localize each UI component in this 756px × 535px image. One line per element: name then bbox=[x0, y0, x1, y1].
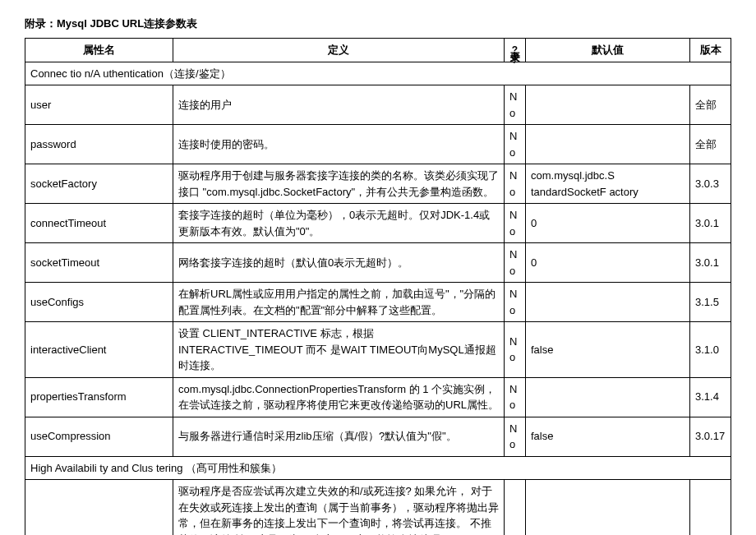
cell-default: com.mysql.jdbc.S tandardSocketF actory bbox=[526, 164, 690, 204]
cell-default bbox=[526, 377, 690, 417]
section-label: Connec tio n/A uthentication（连接/鉴定） bbox=[25, 62, 731, 85]
section-header: Connec tio n/A uthentication（连接/鉴定） bbox=[25, 62, 731, 85]
cell-req: No bbox=[505, 125, 526, 164]
cell-prop: autoReconnect bbox=[25, 480, 173, 536]
cell-req: No bbox=[505, 164, 526, 204]
cell-prop: password bbox=[25, 125, 173, 164]
cell-req: No bbox=[505, 283, 526, 322]
table-row: socketTimeout网络套接字连接的超时（默认值0表示无超时）。No03.… bbox=[25, 243, 731, 283]
cell-ver: 3.0.3 bbox=[690, 164, 731, 204]
table-row: interactiveClient设置 CLIENT_INTERACTIVE 标… bbox=[25, 322, 731, 378]
cell-default bbox=[526, 85, 690, 125]
cell-default: 0 bbox=[526, 204, 690, 243]
cell-prop: useCompression bbox=[25, 417, 173, 456]
table-header-row: 属性名 定义 要求? 默认值 版本 bbox=[25, 39, 731, 62]
cell-default: 0 bbox=[526, 243, 690, 283]
header-ver: 版本 bbox=[690, 39, 731, 62]
table-row: password连接时使用的密码。No全部 bbox=[25, 125, 731, 164]
cell-default bbox=[526, 283, 690, 322]
table-row: useConfigs在解析URL属性或应用用户指定的属性之前，加载由逗号"，"分… bbox=[25, 283, 731, 322]
cell-ver: 3.1.5 bbox=[690, 283, 731, 322]
cell-req: No bbox=[505, 322, 526, 378]
cell-def: 设置 CLIENT_INTERACTIVE 标志，根据 INTERACTIVE_… bbox=[173, 322, 505, 378]
cell-def: 连接的用户 bbox=[173, 85, 505, 125]
cell-prop: user bbox=[25, 85, 173, 125]
cell-ver: 全部 bbox=[690, 125, 731, 164]
cell-prop: connectTimeout bbox=[25, 204, 173, 243]
cell-ver: 1.1 bbox=[690, 480, 731, 536]
cell-ver: 3.0.1 bbox=[690, 243, 731, 283]
cell-def: 连接时使用的密码。 bbox=[173, 125, 505, 164]
cell-req: No bbox=[505, 377, 526, 417]
header-def: 定义 bbox=[173, 39, 505, 62]
cell-default: false bbox=[526, 480, 690, 536]
table-row: socketFactory驱动程序用于创建与服务器套接字连接的类的名称。该类必须… bbox=[25, 164, 731, 204]
cell-def: 套接字连接的超时（单位为毫秒），0表示无超时。仅对JDK-1.4或更新版本有效。… bbox=[173, 204, 505, 243]
cell-default: false bbox=[526, 417, 690, 456]
section-label: High Availabili ty and Clus tering （髙可用性… bbox=[25, 456, 731, 480]
cell-def: 网络套接字连接的超时（默认值0表示无超时）。 bbox=[173, 243, 505, 283]
table-row: useCompression与服务器进行通信时采用zlib压缩（真/假）?默认值… bbox=[25, 417, 731, 456]
cell-default: false bbox=[526, 322, 690, 378]
cell-ver: 3.1.0 bbox=[690, 322, 731, 378]
cell-def: 驱动程序是否应尝试再次建立失效的和/或死连接? 如果允许， 对于在失效或死连接上… bbox=[173, 480, 505, 536]
header-default: 默认值 bbox=[526, 39, 690, 62]
cell-ver: 3.0.17 bbox=[690, 417, 731, 456]
cell-ver: 3.0.1 bbox=[690, 204, 731, 243]
table-row: connectTimeout套接字连接的超时（单位为毫秒），0表示无超时。仅对J… bbox=[25, 204, 731, 243]
cell-req: No bbox=[505, 417, 526, 456]
cell-prop: propertiesTransform bbox=[25, 377, 173, 417]
table-row: autoReconnect驱动程序是否应尝试再次建立失效的和/或死连接? 如果允… bbox=[25, 480, 731, 536]
cell-req: No bbox=[505, 243, 526, 283]
cell-prop: socketTimeout bbox=[25, 243, 173, 283]
table-row: user连接的用户No全部 bbox=[25, 85, 731, 125]
header-prop: 属性名 bbox=[25, 39, 173, 62]
page-title: 附录：Mysql JDBC URL连接参数表 bbox=[25, 16, 731, 31]
params-table: 属性名 定义 要求? 默认值 版本 Connec tio n/A uthenti… bbox=[25, 38, 731, 535]
cell-default bbox=[526, 125, 690, 164]
cell-prop: interactiveClient bbox=[25, 322, 173, 378]
cell-def: com.mysql.jdbc.ConnectionPropertiesTrans… bbox=[173, 377, 505, 417]
cell-def: 与服务器进行通信时采用zlib压缩（真/假）?默认值为"假"。 bbox=[173, 417, 505, 456]
section-header: High Availabili ty and Clus tering （髙可用性… bbox=[25, 456, 731, 480]
cell-ver: 3.1.4 bbox=[690, 377, 731, 417]
header-req: 要求? bbox=[505, 39, 526, 62]
cell-req: No bbox=[505, 85, 526, 125]
cell-prop: socketFactory bbox=[25, 164, 173, 204]
cell-ver: 全部 bbox=[690, 85, 731, 125]
cell-def: 在解析URL属性或应用用户指定的属性之前，加载由逗号"，"分隔的配置属性列表。在… bbox=[173, 283, 505, 322]
cell-req: No bbox=[505, 480, 526, 536]
cell-prop: useConfigs bbox=[25, 283, 173, 322]
cell-def: 驱动程序用于创建与服务器套接字连接的类的名称。该类必须实现了接口 "com.my… bbox=[173, 164, 505, 204]
table-row: propertiesTransformcom.mysql.jdbc.Connec… bbox=[25, 377, 731, 417]
cell-req: No bbox=[505, 204, 526, 243]
